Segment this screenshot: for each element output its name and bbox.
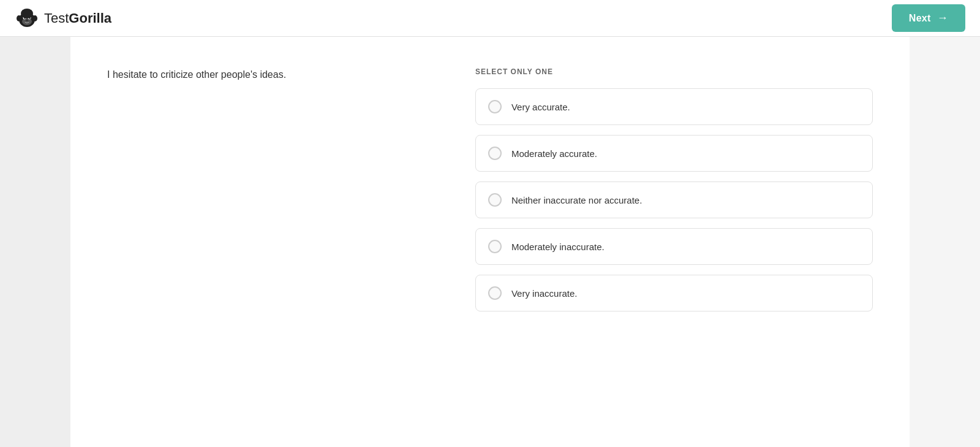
option-neither[interactable]: Neither inaccurate nor accurate. <box>475 181 873 218</box>
main-content: I hesitate to criticize other people's i… <box>0 37 980 447</box>
right-sidebar <box>910 37 980 447</box>
svg-point-2 <box>17 15 21 21</box>
left-sidebar <box>0 37 70 447</box>
option-moderately-inaccurate-label: Moderately inaccurate. <box>511 242 605 252</box>
radio-very-inaccurate[interactable] <box>488 286 502 300</box>
option-very-accurate-label: Very accurate. <box>511 102 570 112</box>
option-very-accurate[interactable]: Very accurate. <box>475 88 873 125</box>
logo: TestGorilla <box>15 6 111 31</box>
next-button[interactable]: Next → <box>892 4 965 32</box>
radio-very-accurate[interactable] <box>488 100 502 113</box>
option-moderately-inaccurate[interactable]: Moderately inaccurate. <box>475 228 873 265</box>
svg-point-9 <box>26 19 29 21</box>
svg-point-10 <box>21 9 33 18</box>
radio-moderately-accurate[interactable] <box>488 147 502 160</box>
select-instruction: SELECT ONLY ONE <box>475 67 873 76</box>
answer-section: SELECT ONLY ONE Very accurate. Moderatel… <box>475 67 873 416</box>
radio-neither[interactable] <box>488 193 502 207</box>
options-list: Very accurate. Moderately accurate. Neit… <box>475 88 873 311</box>
question-text: I hesitate to criticize other people's i… <box>107 67 439 82</box>
option-very-inaccurate-label: Very inaccurate. <box>511 288 578 299</box>
svg-point-3 <box>32 15 37 21</box>
logo-text: TestGorilla <box>44 10 111 26</box>
option-very-inaccurate[interactable]: Very inaccurate. <box>475 275 873 311</box>
option-moderately-accurate[interactable]: Moderately accurate. <box>475 135 873 172</box>
logo-icon <box>15 6 39 31</box>
option-moderately-accurate-label: Moderately accurate. <box>511 148 597 159</box>
radio-moderately-inaccurate[interactable] <box>488 240 502 253</box>
question-section: I hesitate to criticize other people's i… <box>107 67 439 416</box>
content-area: I hesitate to criticize other people's i… <box>70 37 910 447</box>
option-neither-label: Neither inaccurate nor accurate. <box>511 195 642 205</box>
arrow-right-icon: → <box>937 12 948 25</box>
header: TestGorilla Next → <box>0 0 980 37</box>
